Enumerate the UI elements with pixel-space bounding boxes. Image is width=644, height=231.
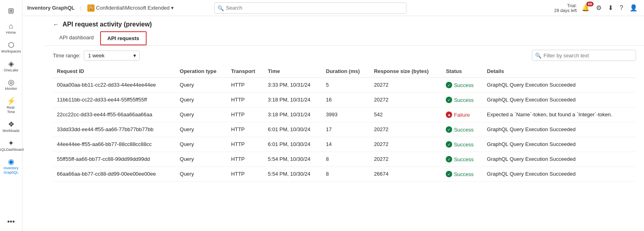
cell-details: GraphQL Query Execution Succeeded xyxy=(483,93,636,107)
col-operation-type: Operation type xyxy=(176,65,227,78)
workspace-chevron-icon: ▾ xyxy=(171,5,174,11)
sidebar-item-monitor[interactable]: ◎ Monitor xyxy=(2,76,21,93)
success-icon: ✓ xyxy=(446,126,452,133)
status-label: Success xyxy=(454,142,473,148)
cell-transport: HTTP xyxy=(227,167,264,182)
cell-response-size: 20272 xyxy=(370,152,442,167)
cell-response-size: 20272 xyxy=(370,93,442,107)
cell-details: Expected a `Name`-token, but found a `In… xyxy=(483,107,636,122)
time-range-value: 1 week xyxy=(88,53,105,59)
sidebar-item-label: OneLake xyxy=(4,68,18,73)
filter-search-input[interactable] xyxy=(532,50,636,61)
sidebar-item-label: Home xyxy=(6,30,16,35)
col-transport: Transport xyxy=(227,65,264,78)
settings-icon[interactable]: ⚙ xyxy=(594,2,603,13)
global-search: 🔍 xyxy=(214,2,407,14)
cell-time: 6:01 PM, 10/30/24 xyxy=(264,137,322,152)
search-input[interactable] xyxy=(214,2,407,14)
workspace-name: Confidential\Microsoft Extended xyxy=(96,5,170,11)
cell-transport: HTTP xyxy=(227,122,264,137)
app-title: Inventory GraphQL xyxy=(27,5,74,11)
cell-time: 5:54 PM, 10/30/24 xyxy=(264,167,322,182)
table-row[interactable]: 33dd33dd-ee44-ff55-aa66-77bb77bb77bb Que… xyxy=(53,122,636,137)
workspace-icon: 🔒 xyxy=(87,4,95,12)
sidebar-item-workspaces[interactable]: ⬡ Workspaces xyxy=(2,39,21,56)
cell-transport: HTTP xyxy=(227,78,264,93)
sidebar-item-label: Inventory GraphQL xyxy=(3,166,19,175)
col-details: Details xyxy=(483,65,636,78)
cell-status: ✓Success xyxy=(442,78,483,93)
page-title: API request activity (preview) xyxy=(62,21,152,28)
cell-status: ✓Success xyxy=(442,167,483,182)
tab-api-dashboard[interactable]: API dashboard xyxy=(53,31,100,45)
cell-request-id: 11bb11bb-cc22-dd33-ee44-55ff55ff55ff xyxy=(53,93,176,107)
cell-time: 3:33 PM, 10/31/24 xyxy=(264,78,322,93)
cell-transport: HTTP xyxy=(227,152,264,167)
cell-details: GraphQL Query Execution Succeeded xyxy=(483,152,636,167)
table-row[interactable]: 66aa66aa-bb77-cc88-dd99-00ee00ee00ee Que… xyxy=(53,167,636,182)
cell-response-size: 20272 xyxy=(370,122,442,137)
table-row[interactable]: 11bb11bb-cc22-dd33-ee44-55ff55ff55ff Que… xyxy=(53,93,636,107)
chevron-down-icon: ▾ xyxy=(133,53,136,59)
cell-duration: 3993 xyxy=(322,107,370,122)
status-label: Success xyxy=(454,82,473,88)
toolbar: Time range: 1 week ▾ 🔍 xyxy=(45,46,644,65)
sidebar-item-workloads[interactable]: ❖ Workloads xyxy=(2,118,21,136)
sidebar-item-label: Workloads xyxy=(2,129,19,133)
col-request-id: Request ID xyxy=(53,65,176,78)
col-time: Time xyxy=(264,65,322,78)
cell-operation-type: Query xyxy=(176,137,227,152)
status-label: Failure xyxy=(454,112,470,118)
sidebar-item-more[interactable]: ••• xyxy=(2,216,21,228)
page-header: ← API request activity (preview) xyxy=(45,16,644,28)
cell-duration: 16 xyxy=(322,93,370,107)
status-label: Success xyxy=(454,127,473,133)
download-icon[interactable]: ⬇ xyxy=(606,2,615,13)
time-range-dropdown[interactable]: 1 week ▾ xyxy=(84,51,140,61)
success-icon: ✓ xyxy=(446,171,452,177)
gqldashboard-icon: ✦ xyxy=(8,140,14,147)
tab-bar: API dashboard API requests xyxy=(45,28,644,46)
sidebar-item-label: Monitor xyxy=(5,87,17,91)
success-icon: ✓ xyxy=(446,156,452,162)
cell-details: GraphQL Query Execution Succeeded xyxy=(483,122,636,137)
help-icon[interactable]: ? xyxy=(618,3,625,13)
cell-time: 3:18 PM, 10/31/24 xyxy=(264,93,322,107)
status-label: Success xyxy=(454,97,473,103)
cell-status: ✓Success xyxy=(442,122,483,137)
workspace-selector[interactable]: 🔒 Confidential\Microsoft Extended ▾ xyxy=(87,4,174,12)
more-icon: ••• xyxy=(7,218,15,225)
cell-details: GraphQL Query Execution Succeeded xyxy=(483,78,636,93)
sidebar-item-onelake[interactable]: ◈ OneLake xyxy=(2,58,21,75)
sidebar-grid-icon[interactable]: ⊞ xyxy=(5,3,17,18)
table-row[interactable]: 55ff55ff-aa66-bb77-cc88-99dd99dd99dd Que… xyxy=(53,152,636,167)
sidebar-item-realtime[interactable]: ⚡ Real-Time xyxy=(2,95,21,117)
cell-response-size: 20272 xyxy=(370,137,442,152)
topbar-separator: | xyxy=(80,5,81,11)
time-range-label: Time range: xyxy=(53,53,80,59)
cell-operation-type: Query xyxy=(176,122,227,137)
cell-time: 5:54 PM, 10/30/24 xyxy=(264,152,322,167)
tab-api-requests[interactable]: API requests xyxy=(100,31,146,45)
topbar-right: Trial: 28 days left 🔔 69 ⚙ ⬇ ? 👤 xyxy=(554,2,639,13)
table-row[interactable]: 44ee44ee-ff55-aa66-bb77-88cc88cc88cc Que… xyxy=(53,137,636,152)
success-icon: ✓ xyxy=(446,97,452,103)
cell-details: GraphQL Query Execution Succeeded xyxy=(483,167,636,182)
sidebar-item-inventorygraphql[interactable]: ◉ Inventory GraphQL xyxy=(2,156,21,177)
back-button[interactable]: ← xyxy=(53,21,59,28)
cell-request-id: 00aa00aa-bb11-cc22-dd33-44ee44ee44ee xyxy=(53,78,176,93)
notification-button[interactable]: 🔔 69 xyxy=(580,4,591,12)
table-row[interactable]: 22cc22cc-dd33-ee44-ff55-66aa66aa66aa Que… xyxy=(53,107,636,122)
cell-time: 6:01 PM, 10/30/24 xyxy=(264,122,322,137)
sidebar-item-gqldashboard[interactable]: ✦ GQLDashboard xyxy=(2,137,21,154)
cell-request-id: 44ee44ee-ff55-aa66-bb77-88cc88cc88cc xyxy=(53,137,176,152)
filter-search: 🔍 xyxy=(532,50,636,61)
cell-status: ✓Success xyxy=(442,93,483,107)
account-icon[interactable]: 👤 xyxy=(628,2,639,13)
sidebar-item-home[interactable]: ⌂ Home xyxy=(2,20,21,37)
cell-transport: HTTP xyxy=(227,93,264,107)
cell-operation-type: Query xyxy=(176,167,227,182)
col-response-size: Response size (bytes) xyxy=(370,65,442,78)
sidebar-item-label: Workspaces xyxy=(1,49,21,54)
table-row[interactable]: 00aa00aa-bb11-cc22-dd33-44ee44ee44ee Que… xyxy=(53,78,636,93)
